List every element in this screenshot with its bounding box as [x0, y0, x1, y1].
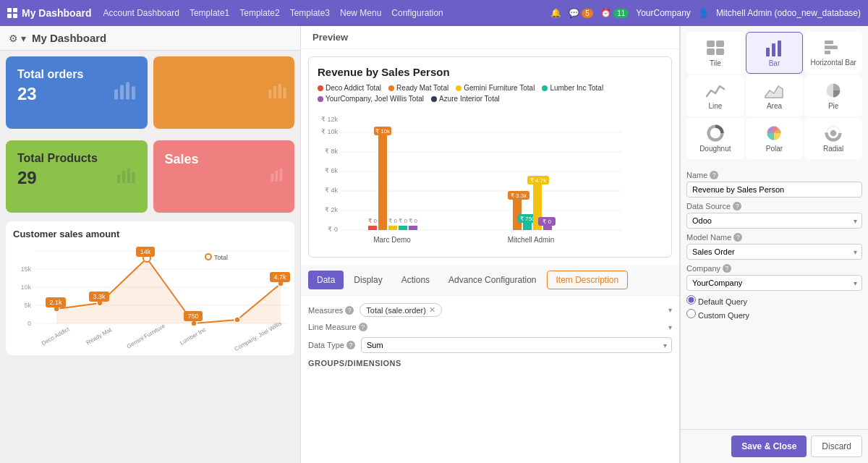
- save-close-button[interactable]: Save & Close: [731, 436, 807, 457]
- dashboard-title: My Dashboard: [32, 32, 106, 44]
- custom-query-radio[interactable]: [686, 309, 696, 318]
- svg-text:Gemini Furniture: Gemini Furniture: [126, 323, 167, 350]
- chart-legend: Deco Addict Total Ready Mat Total Gemini…: [318, 84, 663, 103]
- radial-icon: [823, 124, 843, 142]
- svg-text:750: 750: [187, 313, 198, 320]
- measures-row: Measures ? Total (sale.order) ✕ ▾: [308, 303, 672, 317]
- chart-type-doughnut[interactable]: Doughnut: [686, 118, 744, 159]
- top-nav: My Dashboard Account Dashboard Template1…: [0, 0, 868, 26]
- nav-configuration[interactable]: Configuration: [391, 8, 443, 18]
- tab-data[interactable]: Data: [308, 271, 344, 289]
- radio-row: Default Query: [686, 295, 862, 306]
- brand[interactable]: My Dashboard: [7, 7, 91, 19]
- data-source-help: ?: [733, 202, 741, 211]
- svg-text:5k: 5k: [24, 302, 31, 309]
- svg-text:₹ 750: ₹ 750: [520, 216, 535, 222]
- name-row: Name ?: [686, 171, 862, 197]
- svg-rect-81: [543, 226, 552, 230]
- nav-links: Account Dashboard Template1 Template2 Te…: [103, 8, 443, 18]
- nav-template2[interactable]: Template2: [239, 8, 279, 18]
- data-source-select-wrap: Odoo ▾: [686, 213, 862, 229]
- nav-account-dashboard[interactable]: Account Dashboard: [103, 8, 179, 18]
- tile-label: Tile: [710, 59, 721, 67]
- user-avatar[interactable]: 👤: [698, 8, 709, 18]
- svg-rect-90: [772, 43, 775, 56]
- sales-card[interactable]: Sales: [153, 140, 295, 213]
- cards-row-2: Total Products 29 Sales: [0, 135, 300, 218]
- default-query-radio[interactable]: [686, 295, 696, 305]
- tab-advance-config[interactable]: Advance Configuration: [440, 271, 545, 289]
- measures-dropdown-arrow[interactable]: ▾: [668, 306, 672, 314]
- svg-rect-89: [766, 48, 770, 56]
- nav-new-menu[interactable]: New Menu: [340, 8, 381, 18]
- name-input[interactable]: [686, 182, 862, 197]
- chart-type-polar[interactable]: Polar: [746, 118, 804, 159]
- chart-type-area[interactable]: Area: [746, 75, 804, 116]
- company-select-wrap: YourCompany ▾: [686, 275, 862, 291]
- nav-template1[interactable]: Template1: [190, 8, 229, 18]
- svg-rect-4: [268, 90, 271, 98]
- discard-button[interactable]: Discard: [811, 436, 862, 457]
- data-type-select[interactable]: Sum: [361, 337, 672, 353]
- line-measure-dropdown[interactable]: ▾: [668, 323, 672, 331]
- svg-text:4.7k: 4.7k: [273, 273, 286, 281]
- doughnut-icon: [705, 124, 726, 142]
- default-query-label[interactable]: Default Query: [686, 295, 747, 306]
- legend-label-gemini: Gemini Furniture Total: [464, 84, 535, 92]
- model-name-select[interactable]: Sales Order: [686, 244, 862, 260]
- legend-label-joel: YourCompany, Joel Willis Total: [326, 95, 424, 103]
- card2[interactable]: [153, 56, 295, 129]
- svg-text:₹ 6k: ₹ 6k: [325, 167, 339, 174]
- chat-badge[interactable]: 💬 5: [569, 8, 593, 18]
- total-orders-card[interactable]: Total orders 23: [6, 56, 148, 129]
- measures-tag[interactable]: Total (sale.order) ✕: [359, 303, 442, 317]
- svg-text:₹ 2k: ₹ 2k: [325, 206, 339, 213]
- tile-icon: [705, 39, 726, 56]
- chart-type-radial[interactable]: Radial: [804, 118, 862, 159]
- legend-dot-joel: [318, 96, 323, 102]
- chart-type-tile[interactable]: Tile: [686, 32, 744, 74]
- doughnut-label: Doughnut: [699, 145, 731, 153]
- preview-chart-box: Revenue by Sales Person Deco Addict Tota…: [308, 56, 672, 258]
- total-orders-title: Total orders: [17, 68, 136, 81]
- company-row: Company ? YourCompany ▾: [686, 264, 862, 291]
- tab-display[interactable]: Display: [345, 271, 391, 289]
- line-measure-help: ?: [359, 323, 367, 331]
- legend-joel: YourCompany, Joel Willis Total: [318, 95, 424, 103]
- pie-icon: [823, 82, 843, 99]
- legend-label-deco: Deco Addict Total: [326, 84, 381, 92]
- nav-template3[interactable]: Template3: [290, 8, 330, 18]
- svg-rect-0: [114, 90, 118, 100]
- custom-query-label[interactable]: Custom Query: [686, 309, 749, 320]
- tab-actions[interactable]: Actions: [393, 271, 438, 289]
- bell-icon[interactable]: 🔔: [550, 8, 561, 18]
- legend-label-azure: Azure Interior Total: [439, 95, 500, 103]
- chart-type-line[interactable]: Line: [686, 75, 744, 116]
- svg-text:Total: Total: [214, 254, 228, 261]
- filter-icon[interactable]: ⚙ ▾: [9, 33, 26, 44]
- company-label: Company ?: [686, 264, 862, 273]
- data-type-select-wrap: Sum ▾: [361, 337, 672, 353]
- total-products-card[interactable]: Total Products 29: [6, 140, 148, 213]
- svg-text:₹ 3.3k: ₹ 3.3k: [511, 192, 527, 199]
- tabs-row: Data Display Actions Advance Configurati…: [301, 265, 679, 296]
- svg-rect-67: [399, 226, 407, 230]
- data-source-select[interactable]: Odoo: [686, 213, 862, 229]
- remove-measure[interactable]: ✕: [429, 305, 435, 315]
- svg-text:10k: 10k: [20, 284, 31, 291]
- svg-rect-12: [271, 174, 274, 182]
- brand-name: My Dashboard: [22, 7, 91, 19]
- groups-label: GROUPS/DIMENSIONS: [308, 359, 672, 368]
- bar-icon: [764, 39, 784, 56]
- legend-dot-gemini: [456, 85, 461, 91]
- company-name: YourCompany: [636, 8, 691, 18]
- company-select[interactable]: YourCompany: [686, 275, 862, 291]
- left-panel: ⚙ ▾ My Dashboard Total orders 23: [0, 26, 300, 463]
- activity-badge[interactable]: ⏰ 11: [600, 8, 629, 18]
- tab-item-description[interactable]: Item Description: [547, 271, 629, 289]
- chart-type-pie[interactable]: Pie: [804, 75, 862, 116]
- svg-point-100: [830, 130, 837, 137]
- chart-type-hbar[interactable]: Horizontal Bar: [804, 32, 862, 74]
- svg-rect-91: [778, 41, 781, 56]
- chart-type-bar[interactable]: Bar: [746, 32, 804, 74]
